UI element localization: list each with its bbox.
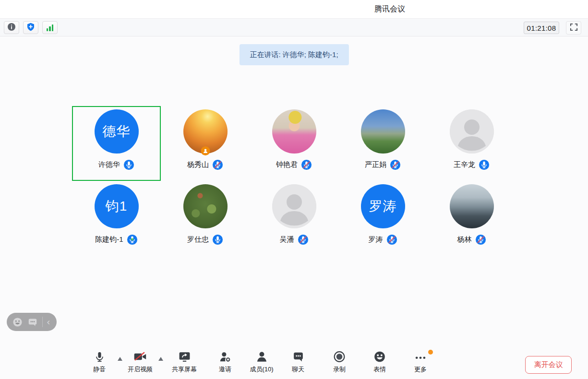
toolbar-item-label: 共享屏幕 [172, 365, 197, 374]
person-badge-icon [201, 146, 210, 155]
emoji-reaction-icon[interactable] [12, 317, 23, 328]
avatar-placeholder-icon [272, 184, 316, 228]
mic-on-icon [123, 159, 134, 170]
avatar-photo [272, 109, 316, 154]
participant-tile[interactable]: 严正娟 [338, 106, 427, 181]
mic-muted-icon [475, 234, 486, 245]
toolbar-item-label: 静音 [93, 365, 106, 374]
fullscreen-icon [570, 23, 578, 33]
members-icon [255, 350, 268, 364]
participant-tile[interactable]: 钟艳君 [250, 106, 338, 181]
participant-tile[interactable]: 德华许德华 [72, 106, 161, 181]
caret-up-icon[interactable] [118, 357, 122, 361]
mic-muted-icon [301, 159, 312, 170]
collapse-chevron-icon[interactable]: ‹ [47, 318, 50, 327]
meeting-timer: 01:21:08 [524, 22, 559, 34]
panel-divider [42, 317, 43, 327]
participant-tile[interactable]: 吴潘 [250, 181, 338, 256]
avatar-placeholder-icon [450, 109, 494, 154]
network-quality-button[interactable] [42, 21, 58, 34]
toolbar-item-more[interactable]: 更多 [414, 350, 427, 374]
avatar-initials: 钧1 [95, 184, 139, 228]
participant-tile[interactable]: 钧1陈建钧-1 [72, 181, 161, 256]
bottom-toolbar: 静音开启视频共享屏幕邀请成员(10)聊天录制表情更多 [0, 346, 588, 379]
security-button[interactable] [23, 21, 38, 34]
microphone-icon [94, 350, 106, 364]
toolbar-item-label: 邀请 [219, 365, 231, 374]
record-icon [333, 350, 346, 364]
shield-icon [26, 23, 35, 33]
camera-off-icon [133, 350, 147, 364]
quick-chat-icon[interactable] [27, 317, 38, 327]
toolbar-item-microphone[interactable]: 静音 [93, 350, 106, 374]
avatar-photo [183, 184, 228, 228]
avatar-initials: 罗涛 [361, 184, 405, 228]
toolbar-item-invite[interactable]: 邀请 [219, 350, 231, 374]
meeting-info-button[interactable] [4, 21, 19, 34]
participant-tile[interactable]: 罗仕忠 [161, 181, 250, 256]
toolbar-item-emoji[interactable]: 表情 [373, 350, 386, 374]
mic-muted-icon [212, 159, 223, 170]
participant-name: 杨林 [457, 235, 472, 244]
network-signal-icon [47, 24, 54, 31]
participant-name: 王辛龙 [454, 160, 475, 169]
meeting-window: 腾讯会议 01:21:08 正在讲话: 许德华; 陈建钧-1; 德华许德华杨秀山… [0, 0, 588, 379]
toolbar-item-label: 聊天 [292, 365, 304, 374]
mic-speaking-icon [127, 234, 138, 245]
reaction-panel: ‹ [7, 313, 57, 331]
toolbar-item-label: 录制 [333, 365, 346, 374]
participant-name: 罗仕忠 [187, 235, 209, 244]
mic-on-icon [479, 159, 490, 170]
toolbar-item-label: 成员(10) [250, 365, 273, 374]
emoji-icon [373, 350, 386, 364]
more-icon [414, 350, 427, 364]
fullscreen-button[interactable] [566, 21, 581, 35]
participant-tile[interactable]: 杨林 [427, 181, 516, 256]
mic-muted-icon [386, 234, 397, 245]
toolbar-item-share-screen[interactable]: 共享屏幕 [172, 350, 197, 374]
participant-name: 杨秀山 [187, 160, 209, 169]
share-screen-icon [178, 350, 191, 364]
window-title: 腾讯会议 [374, 4, 405, 14]
participant-tile[interactable]: 杨秀山 [161, 106, 250, 181]
toolbar-item-label: 开启视频 [128, 365, 153, 374]
toolbar-item-camera-off[interactable]: 开启视频 [128, 350, 153, 374]
participant-tile[interactable]: 王辛龙 [427, 106, 516, 181]
toolbar-item-label: 表情 [373, 365, 386, 374]
toolbar-item-record[interactable]: 录制 [333, 350, 346, 374]
title-bar: 腾讯会议 [0, 0, 588, 18]
toolbar-item-chat[interactable]: 聊天 [292, 350, 304, 374]
participant-name: 严正娟 [365, 160, 386, 169]
participant-name: 吴潘 [280, 235, 294, 244]
participant-tile[interactable]: 罗涛罗涛 [338, 181, 427, 256]
mic-muted-icon [298, 234, 309, 245]
avatar-photo [450, 184, 494, 228]
caret-up-icon[interactable] [158, 357, 163, 361]
chat-icon [292, 350, 304, 364]
participant-name: 钟艳君 [276, 160, 298, 169]
mic-on-icon [212, 234, 223, 245]
notification-dot [428, 350, 433, 355]
invite-icon [219, 350, 231, 364]
toolbar-item-label: 更多 [414, 365, 427, 374]
participant-grid: 德华许德华杨秀山钟艳君严正娟王辛龙钧1陈建钧-1罗仕忠吴潘罗涛罗涛杨林 [72, 106, 516, 256]
participant-name: 许德华 [98, 160, 120, 169]
toolbar-item-members[interactable]: 成员(10) [250, 350, 273, 374]
avatar-photo [361, 109, 405, 154]
participant-name: 陈建钧-1 [95, 235, 123, 244]
participant-name: 罗涛 [369, 235, 383, 244]
leave-meeting-button[interactable]: 离开会议 [525, 356, 572, 374]
mic-muted-icon [390, 159, 401, 170]
status-toolbar: 01:21:08 [0, 18, 588, 36]
speaking-banner: 正在讲话: 许德华; 陈建钧-1; [239, 44, 348, 65]
info-icon [7, 23, 16, 33]
avatar-initials: 德华 [95, 109, 139, 154]
